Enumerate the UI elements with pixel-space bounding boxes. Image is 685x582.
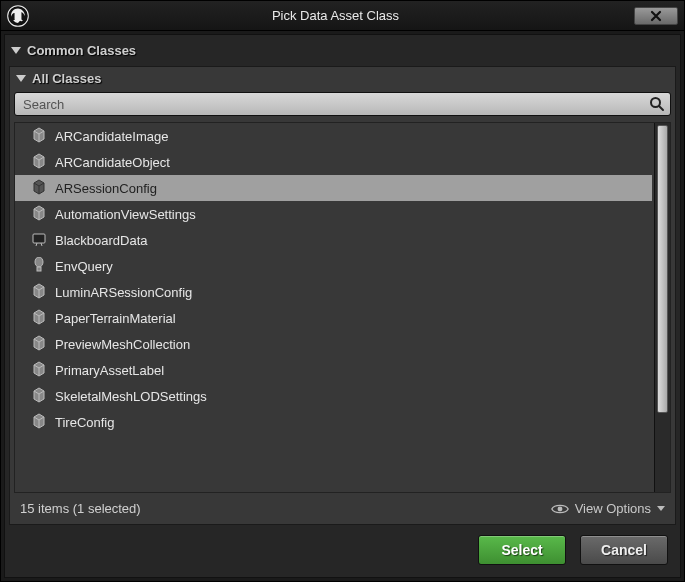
list-item[interactable]: ARCandidateObject xyxy=(15,149,652,175)
view-options-label: View Options xyxy=(575,501,651,516)
asset-icon xyxy=(31,309,47,328)
asset-icon xyxy=(31,205,47,224)
asset-icon xyxy=(31,257,47,276)
button-label: Cancel xyxy=(601,542,647,558)
svg-rect-7 xyxy=(37,267,41,271)
section-common-classes[interactable]: Common Classes xyxy=(9,39,676,62)
asset-icon xyxy=(31,231,47,250)
list-item[interactable]: PaperTerrainMaterial xyxy=(15,305,652,331)
dialog-window: Pick Data Asset Class Common Classes All… xyxy=(0,0,685,582)
list-item[interactable]: EnvQuery xyxy=(15,253,652,279)
expand-triangle-icon xyxy=(11,47,21,54)
list-item-label: PrimaryAssetLabel xyxy=(55,363,164,378)
list-item-label: BlackboardData xyxy=(55,233,148,248)
asset-icon xyxy=(31,335,47,354)
cancel-button[interactable]: Cancel xyxy=(580,535,668,565)
list-item-label: LuminARSessionConfig xyxy=(55,285,192,300)
svg-rect-3 xyxy=(33,234,45,243)
asset-icon xyxy=(31,361,47,380)
all-classes-panel: All Classes ARCandidateImageARCandidateO… xyxy=(9,66,676,525)
list-item-label: EnvQuery xyxy=(55,259,113,274)
list-item[interactable]: TireConfig xyxy=(15,409,652,435)
eye-icon xyxy=(551,503,569,515)
asset-icon xyxy=(31,179,47,198)
class-list-wrap: ARCandidateImageARCandidateObjectARSessi… xyxy=(14,122,671,493)
list-item-label: TireConfig xyxy=(55,415,114,430)
status-row: 15 items (1 selected) View Options xyxy=(14,493,671,520)
asset-icon xyxy=(31,413,47,432)
list-item-label: AutomationViewSettings xyxy=(55,207,196,222)
asset-icon xyxy=(31,387,47,406)
list-item-label: ARCandidateObject xyxy=(55,155,170,170)
asset-icon xyxy=(31,283,47,302)
list-item-label: PaperTerrainMaterial xyxy=(55,311,176,326)
scrollbar[interactable] xyxy=(654,123,670,492)
list-item-label: SkeletalMeshLODSettings xyxy=(55,389,207,404)
list-item-label: PreviewMeshCollection xyxy=(55,337,190,352)
list-item[interactable]: PreviewMeshCollection xyxy=(15,331,652,357)
list-item[interactable]: LuminARSessionConfig xyxy=(15,279,652,305)
svg-point-8 xyxy=(557,506,562,511)
search-wrap xyxy=(14,92,671,116)
class-list[interactable]: ARCandidateImageARCandidateObjectARSessi… xyxy=(15,123,654,492)
search-input[interactable] xyxy=(14,92,671,116)
section-label: All Classes xyxy=(32,71,101,86)
section-label: Common Classes xyxy=(27,43,136,58)
asset-icon xyxy=(31,127,47,146)
list-item[interactable]: AutomationViewSettings xyxy=(15,201,652,227)
close-button[interactable] xyxy=(634,7,678,25)
list-item[interactable]: BlackboardData xyxy=(15,227,652,253)
select-button[interactable]: Select xyxy=(478,535,566,565)
view-options-button[interactable]: View Options xyxy=(551,501,665,516)
list-item[interactable]: SkeletalMeshLODSettings xyxy=(15,383,652,409)
list-item[interactable]: ARCandidateImage xyxy=(15,123,652,149)
asset-icon xyxy=(31,153,47,172)
section-all-classes[interactable]: All Classes xyxy=(14,71,671,88)
unreal-logo-icon xyxy=(7,5,29,27)
button-label: Select xyxy=(501,542,542,558)
button-row: Select Cancel xyxy=(9,525,676,573)
list-item[interactable]: PrimaryAssetLabel xyxy=(15,357,652,383)
chevron-down-icon xyxy=(657,506,665,511)
list-item-label: ARSessionConfig xyxy=(55,181,157,196)
list-item[interactable]: ARSessionConfig xyxy=(15,175,652,201)
svg-point-6 xyxy=(35,257,43,267)
window-title: Pick Data Asset Class xyxy=(37,8,634,23)
dialog-body: Common Classes All Classes ARCandidateIm… xyxy=(4,34,681,578)
close-icon xyxy=(650,10,662,22)
titlebar: Pick Data Asset Class xyxy=(1,1,684,31)
scroll-thumb[interactable] xyxy=(657,125,668,413)
item-count-label: 15 items (1 selected) xyxy=(20,501,141,516)
expand-triangle-icon xyxy=(16,75,26,82)
list-item-label: ARCandidateImage xyxy=(55,129,168,144)
